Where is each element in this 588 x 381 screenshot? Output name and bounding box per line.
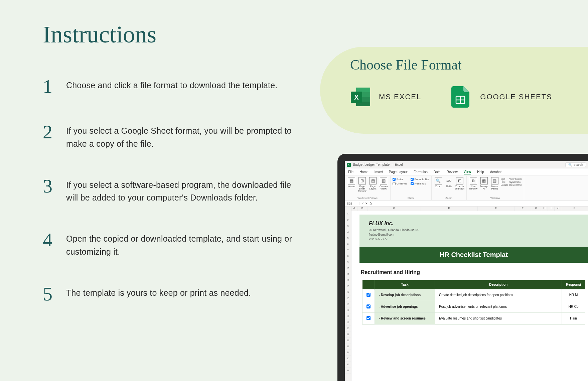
step-number: 4 — [43, 230, 56, 250]
ribbon-freeze-panes[interactable]: ▥Freeze Panes — [490, 177, 499, 194]
ruler-checkbox[interactable] — [393, 178, 396, 181]
laptop-screen: X Budget-Ledger-Template - Excel 🔍 Searc… — [345, 161, 588, 381]
ribbon-group-show: Ruler Gridlines Formula Bar Headings Sho… — [391, 176, 432, 200]
menu-formulas[interactable]: Formulas — [414, 170, 428, 174]
ribbon-view-side[interactable]: View Side b — [509, 178, 522, 180]
name-box[interactable]: S25 — [346, 202, 359, 205]
step-number: 5 — [43, 284, 56, 304]
ribbon-group-workbook-views: ▦Normal ⊞Page Break Preview ▤Page Layout… — [345, 176, 391, 200]
resp-cell: HR M — [562, 289, 585, 301]
task-checkbox[interactable] — [366, 293, 371, 297]
menu-home[interactable]: Home — [359, 170, 369, 174]
formula-bar-row: S25 ✓ ✕ fx — [345, 201, 588, 207]
column-headers: A B C D E F G H I J K — [345, 207, 588, 211]
resp-cell: HR Co — [562, 301, 585, 312]
gridlines-checkbox[interactable] — [393, 182, 396, 185]
ribbon-page-layout[interactable]: ▤Page Layout — [368, 177, 378, 194]
company-name: FLUX Inc. — [369, 221, 579, 227]
col-header[interactable]: K — [561, 207, 588, 211]
instruction-item: 4 Open the copied or downloaded template… — [43, 230, 297, 258]
laptop-bezel: X Budget-Ledger-Template - Excel 🔍 Searc… — [337, 154, 588, 381]
ribbon-custom-views[interactable]: ▥Custom Views — [379, 177, 388, 194]
step-text: If you select a Google Sheet format, you… — [66, 122, 297, 150]
col-header[interactable]: H — [541, 207, 548, 211]
ribbon-100[interactable]: 100100% — [444, 177, 454, 194]
company-phone: 222-555-7777 — [369, 237, 579, 242]
headings-checkbox[interactable] — [411, 182, 414, 185]
excel-titlebar: X Budget-Ledger-Template - Excel 🔍 Searc… — [345, 161, 588, 168]
task-cell: - Review and screen resumes — [375, 312, 435, 324]
step-number: 1 — [43, 77, 56, 96]
table-header-responsible: Responsi — [562, 280, 585, 289]
menu-acrobat[interactable]: Acrobat — [490, 170, 501, 174]
menu-help[interactable]: Help — [477, 170, 484, 174]
company-address: 39 Kenwood , Orlando, Florida 32801 — [369, 228, 579, 233]
task-checkbox[interactable] — [366, 316, 371, 320]
excel-icon: X — [350, 86, 372, 108]
task-checkbox[interactable] — [366, 304, 371, 308]
ribbon-new-window[interactable]: ⧉New Window — [469, 177, 478, 194]
ribbon-group-label: Zoom — [434, 197, 464, 200]
col-header[interactable]: D — [421, 207, 478, 211]
ribbon-group-zoom: 🔍Zoom 100100% ⊡Zoom to Selection Zoom — [432, 176, 467, 200]
sheet-content[interactable]: FLUX Inc. 39 Kenwood , Orlando, Florida … — [351, 211, 588, 381]
menu-file[interactable]: File — [348, 170, 353, 174]
ribbon-group-label: Window — [469, 197, 522, 200]
google-sheets-option[interactable]: GOOGLE SHEETS — [451, 86, 552, 108]
instruction-item: 1 Choose and click a file format to down… — [43, 77, 297, 96]
excel-search-box[interactable]: 🔍 Search — [565, 162, 586, 167]
instruction-item: 5 The template is yours to keep or print… — [43, 284, 297, 304]
col-header[interactable]: I — [548, 207, 555, 211]
ribbon-normal-view[interactable]: ▦Normal — [347, 177, 356, 194]
excel-menu-bar: File Home Insert Page Layout Formulas Da… — [345, 168, 588, 176]
section-title: Recruitment and Hiring — [351, 263, 588, 280]
ribbon-group-label: Workbook Views — [347, 197, 388, 200]
laptop-mockup: X Budget-Ledger-Template - Excel 🔍 Searc… — [337, 154, 588, 381]
step-text: The template is yours to keep or print a… — [66, 284, 251, 299]
instruction-item: 2 If you select a Google Sheet format, y… — [43, 122, 297, 150]
document-name: Budget-Ledger-Template — [353, 163, 390, 166]
fx-icon: ✓ ✕ — [361, 202, 368, 205]
ribbon-reset-window[interactable]: Reset Wind — [509, 184, 522, 186]
formula-bar-checkbox[interactable] — [411, 178, 414, 181]
ribbon-unhide[interactable]: Unhide — [501, 184, 508, 186]
format-option-label: GOOGLE SHEETS — [480, 93, 552, 101]
col-header[interactable]: G — [531, 207, 541, 211]
col-header[interactable]: C — [368, 207, 421, 211]
step-number: 3 — [43, 176, 56, 196]
menu-insert[interactable]: Insert — [375, 170, 383, 174]
col-header[interactable]: E — [478, 207, 514, 211]
company-email: fluxinc@email.com — [369, 233, 579, 237]
col-header[interactable]: F — [514, 207, 531, 211]
step-number: 2 — [43, 122, 56, 142]
ms-excel-option[interactable]: X MS EXCEL — [350, 86, 421, 108]
search-placeholder: Search — [573, 163, 583, 166]
row-numbers: 1234567891011121314151617181920212223242… — [345, 211, 351, 381]
ribbon-sync[interactable]: Synchrono — [509, 181, 522, 183]
ribbon-page-break[interactable]: ⊞Page Break Preview — [357, 177, 367, 194]
hr-checklist-table: Task Description Responsi - Develop job … — [362, 280, 585, 325]
col-header[interactable]: J — [555, 207, 561, 211]
desc-cell: Post job advertisements on relevant plat… — [435, 301, 562, 312]
ribbon-zoom[interactable]: 🔍Zoom — [434, 177, 443, 194]
file-format-heading: Choose File Format — [350, 57, 588, 73]
sheets-icon — [451, 86, 473, 108]
ribbon-split[interactable]: Split — [501, 178, 508, 180]
ribbon-zoom-selection[interactable]: ⊡Zoom to Selection — [455, 177, 464, 194]
menu-data[interactable]: Data — [434, 170, 441, 174]
col-header[interactable]: A — [351, 207, 357, 211]
menu-page-layout[interactable]: Page Layout — [389, 170, 408, 174]
ribbon-hide[interactable]: Hide — [501, 181, 508, 183]
resp-cell: Hirin — [562, 312, 585, 324]
menu-view[interactable]: View — [464, 170, 471, 174]
table-header-task: Task — [375, 280, 435, 289]
col-header[interactable]: B — [357, 207, 368, 211]
excel-ribbon: ▦Normal ⊞Page Break Preview ▤Page Layout… — [345, 176, 588, 201]
page-title: Instructions — [43, 21, 156, 48]
menu-review[interactable]: Review — [447, 170, 458, 174]
ribbon-arrange-all[interactable]: ▦Arrange All — [479, 177, 489, 194]
task-cell: - Develop job descriptions — [375, 289, 435, 301]
table-row: - Review and screen resumes Evaluate res… — [362, 312, 585, 324]
app-name: Excel — [395, 163, 403, 166]
ribbon-group-window: ⧉New Window ▦Arrange All ▥Freeze Panes S… — [467, 176, 524, 200]
